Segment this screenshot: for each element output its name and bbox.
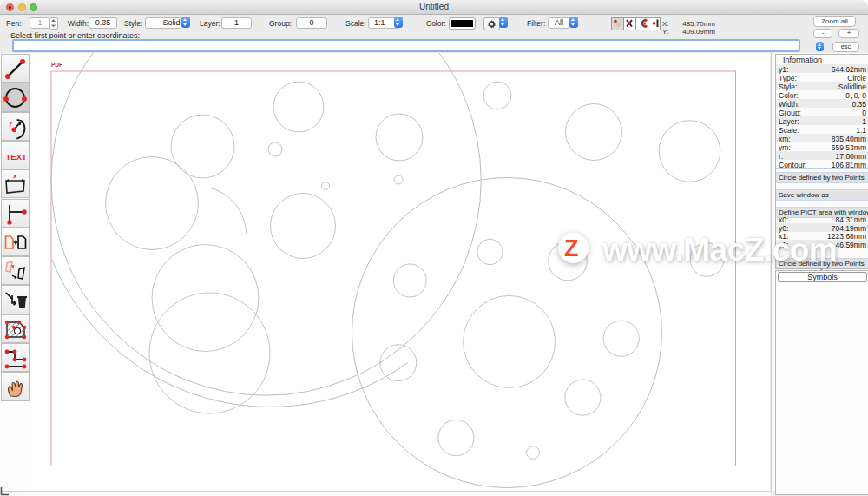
svg-text:x: x (13, 172, 17, 180)
svg-text:r: r (10, 119, 13, 128)
svg-text:PDF: PDF (51, 62, 62, 68)
svg-text:x: x (11, 263, 15, 269)
svg-text:TEXT: TEXT (6, 152, 27, 162)
